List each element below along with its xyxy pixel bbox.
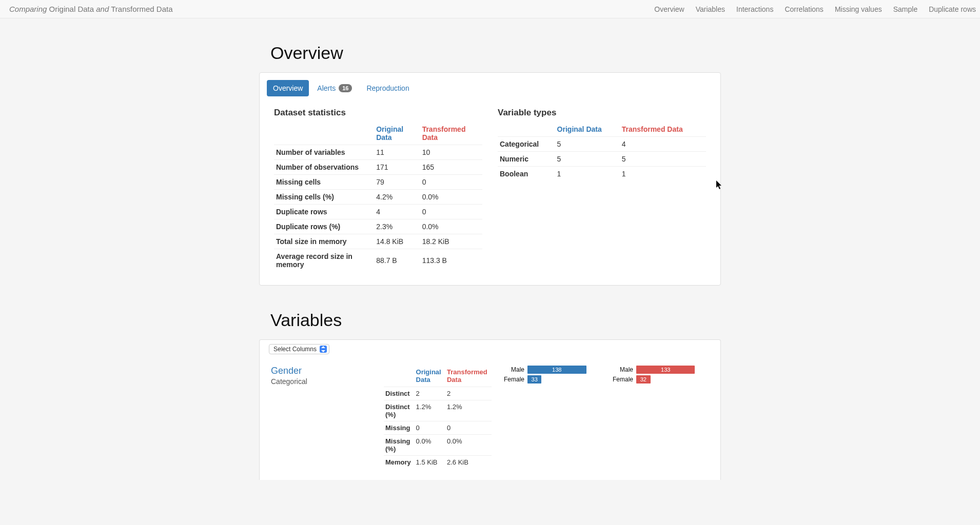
bar-fill: 138	[527, 366, 586, 374]
table-row: Total size in memory14.8 KiB18.2 KiB	[274, 234, 482, 249]
bar-label: Female	[502, 376, 524, 383]
bar-track: 133	[636, 366, 709, 374]
navbar-links: Overview Variables Interactions Correlat…	[654, 5, 976, 13]
bar-row: Male138	[502, 366, 600, 374]
gender-chart-transformed: Male133Female32	[611, 366, 709, 469]
col-original: Original Data	[555, 122, 620, 137]
nav-overview[interactable]: Overview	[654, 5, 684, 13]
select-columns[interactable]: Select Columns	[269, 344, 329, 354]
bar-label: Male	[502, 366, 524, 373]
table-row: Number of observations171165	[274, 160, 482, 175]
nav-interactions[interactable]: Interactions	[736, 5, 773, 13]
table-row: Missing (%)0.0%0.0%	[384, 435, 492, 456]
tab-overview[interactable]: Overview	[267, 80, 309, 96]
nav-duplicate-rows[interactable]: Duplicate rows	[929, 5, 976, 13]
brand-prefix: Comparing	[9, 5, 47, 13]
bar-fill: 133	[636, 366, 695, 374]
col-transformed: Transformed Data	[445, 366, 492, 387]
table-row: Missing cells790	[274, 175, 482, 190]
tab-alerts[interactable]: Alerts 16	[311, 80, 358, 96]
gender-charts: Male138Female33 Male133Female32	[502, 366, 709, 469]
tab-overview-label: Overview	[273, 84, 303, 92]
variable-type: Categorical	[271, 377, 374, 386]
tab-reproduction-label: Reproduction	[366, 84, 409, 92]
alerts-badge: 16	[339, 84, 352, 92]
table-row: Duplicate rows40	[274, 205, 482, 219]
nav-correlations[interactable]: Correlations	[785, 5, 823, 13]
variable-stats: Original Data Transformed Data Distinct2…	[384, 366, 492, 469]
nav-variables[interactable]: Variables	[696, 5, 725, 13]
table-row: Memory1.5 KiB2.6 KiB	[384, 456, 492, 469]
brand-trans: Transformed Data	[111, 5, 172, 13]
chevron-updown-icon	[320, 346, 327, 353]
bar-row: Female33	[502, 375, 600, 383]
variable-types-table: Original Data Transformed Data Categoric…	[498, 122, 706, 181]
overview-tabs: Overview Alerts 16 Reproduction	[260, 73, 720, 96]
variable-types-title: Variable types	[498, 108, 706, 118]
bar-track: 32	[636, 375, 709, 383]
bar-label: Female	[611, 376, 633, 383]
bar-fill: 33	[527, 375, 541, 383]
gender-chart-original: Male138Female33	[502, 366, 600, 469]
table-row: Distinct22	[384, 387, 492, 400]
tab-reproduction[interactable]: Reproduction	[360, 80, 415, 96]
variable-types: Variable types Original Data Transformed…	[498, 103, 706, 272]
overview-panel: Overview Alerts 16 Reproduction Dataset …	[259, 72, 721, 286]
bar-label: Male	[611, 366, 633, 373]
bar-track: 138	[527, 366, 600, 374]
variables-heading: Variables	[270, 310, 721, 330]
dataset-statistics-title: Dataset statistics	[274, 108, 482, 118]
table-row: Missing00	[384, 421, 492, 435]
variables-panel: Select Columns Gender Categorical Origin…	[259, 339, 721, 480]
col-transformed: Transformed Data	[620, 122, 706, 137]
brand-conj: and	[96, 5, 109, 13]
variable-name[interactable]: Gender	[271, 366, 374, 376]
table-row: Missing cells (%)4.2%0.0%	[274, 190, 482, 205]
bar-row: Male133	[611, 366, 709, 374]
bar-row: Female32	[611, 375, 709, 383]
brand-orig: Original Data	[49, 5, 94, 13]
table-row: Distinct (%)1.2%1.2%	[384, 400, 492, 421]
col-original: Original Data	[415, 366, 445, 387]
dataset-statistics: Dataset statistics Original Data Transfo…	[274, 103, 482, 272]
overview-heading: Overview	[270, 43, 721, 63]
table-row: Categorical54	[498, 137, 706, 152]
navbar-brand: Comparing Original Data and Transformed …	[9, 5, 173, 13]
dataset-statistics-table: Original Data Transformed Data Number of…	[274, 122, 482, 272]
bar-fill: 32	[636, 375, 651, 383]
navbar: Comparing Original Data and Transformed …	[0, 0, 980, 18]
table-row: Number of variables1110	[274, 145, 482, 160]
table-row: Numeric55	[498, 152, 706, 167]
tab-alerts-label: Alerts	[317, 84, 336, 92]
select-columns-label: Select Columns	[273, 346, 317, 353]
nav-missing-values[interactable]: Missing values	[835, 5, 882, 13]
table-row: Boolean11	[498, 167, 706, 181]
bar-track: 33	[527, 375, 600, 383]
table-row: Duplicate rows (%)2.3%0.0%	[274, 219, 482, 234]
variable-gender: Gender Categorical Original Data Transfo…	[260, 359, 720, 475]
col-transformed: Transformed Data	[420, 122, 482, 145]
nav-sample[interactable]: Sample	[893, 5, 917, 13]
table-row: Average record size in memory88.7 B113.3…	[274, 249, 482, 272]
col-original: Original Data	[374, 122, 420, 145]
